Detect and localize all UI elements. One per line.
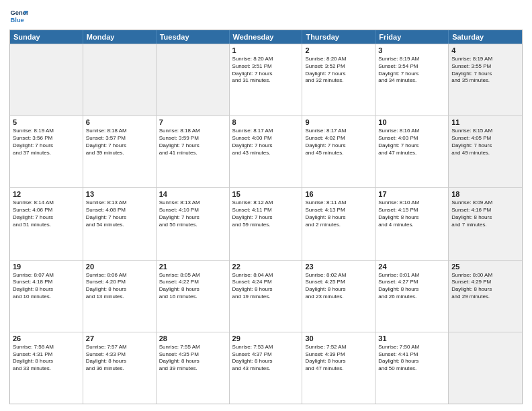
cell-text: Sunrise: 8:17 AM Sunset: 4:00 PM Dayligh… xyxy=(232,128,300,156)
calendar-cell: 10Sunrise: 8:16 AM Sunset: 4:03 PM Dayli… xyxy=(375,116,449,187)
day-number: 5 xyxy=(13,118,80,126)
calendar-header: SundayMondayTuesdayWednesdayThursdayFrid… xyxy=(10,30,522,44)
day-number: 20 xyxy=(86,263,153,271)
header: General Blue xyxy=(9,7,523,26)
calendar-cell: 8Sunrise: 8:17 AM Sunset: 4:00 PM Daylig… xyxy=(230,116,303,187)
day-number: 7 xyxy=(159,118,226,126)
day-number: 1 xyxy=(232,46,300,54)
cell-text: Sunrise: 8:12 AM Sunset: 4:11 PM Dayligh… xyxy=(232,199,300,228)
calendar-cell: 12Sunrise: 8:14 AM Sunset: 4:06 PM Dayli… xyxy=(10,188,83,259)
cell-text: Sunrise: 8:10 AM Sunset: 4:15 PM Dayligh… xyxy=(378,199,445,228)
weekday-header: Monday xyxy=(83,30,157,44)
day-number: 10 xyxy=(378,118,445,126)
cell-text: Sunrise: 8:02 AM Sunset: 4:25 PM Dayligh… xyxy=(305,272,372,301)
day-number: 12 xyxy=(13,190,80,198)
cell-text: Sunrise: 8:20 AM Sunset: 3:51 PM Dayligh… xyxy=(232,56,300,85)
logo: General Blue xyxy=(9,7,28,26)
cell-text: Sunrise: 8:13 AM Sunset: 4:10 PM Dayligh… xyxy=(159,199,226,228)
calendar-cell: 22Sunrise: 8:04 AM Sunset: 4:24 PM Dayli… xyxy=(230,261,303,332)
day-number: 19 xyxy=(13,263,80,271)
calendar-body: 1Sunrise: 8:20 AM Sunset: 3:51 PM Daylig… xyxy=(10,44,522,404)
cell-text: Sunrise: 8:15 AM Sunset: 4:05 PM Dayligh… xyxy=(451,128,519,156)
calendar-cell xyxy=(10,44,83,116)
calendar-row: 12Sunrise: 8:14 AM Sunset: 4:06 PM Dayli… xyxy=(10,187,522,259)
cell-text: Sunrise: 8:14 AM Sunset: 4:06 PM Dayligh… xyxy=(13,199,80,228)
cell-text: Sunrise: 8:09 AM Sunset: 4:16 PM Dayligh… xyxy=(451,199,519,228)
cell-text: Sunrise: 7:50 AM Sunset: 4:41 PM Dayligh… xyxy=(378,344,445,373)
weekday-header: Thursday xyxy=(302,30,375,44)
day-number: 21 xyxy=(159,263,226,271)
calendar-cell: 15Sunrise: 8:12 AM Sunset: 4:11 PM Dayli… xyxy=(230,188,303,259)
calendar-cell: 19Sunrise: 8:07 AM Sunset: 4:18 PM Dayli… xyxy=(10,261,83,332)
calendar-cell: 11Sunrise: 8:15 AM Sunset: 4:05 PM Dayli… xyxy=(449,116,522,187)
logo-icon: General Blue xyxy=(9,7,28,26)
calendar-cell: 31Sunrise: 7:50 AM Sunset: 4:41 PM Dayli… xyxy=(375,332,449,404)
calendar-cell: 24Sunrise: 8:01 AM Sunset: 4:27 PM Dayli… xyxy=(375,261,449,332)
cell-text: Sunrise: 8:20 AM Sunset: 3:52 PM Dayligh… xyxy=(305,56,372,85)
calendar-cell: 13Sunrise: 8:13 AM Sunset: 4:08 PM Dayli… xyxy=(83,188,157,259)
day-number: 29 xyxy=(232,334,300,342)
weekday-header: Saturday xyxy=(449,30,522,44)
calendar-cell xyxy=(157,44,230,116)
calendar-cell xyxy=(83,44,157,116)
day-number: 31 xyxy=(378,334,445,342)
day-number: 15 xyxy=(232,190,300,198)
calendar-cell: 27Sunrise: 7:57 AM Sunset: 4:33 PM Dayli… xyxy=(83,332,157,404)
day-number: 23 xyxy=(305,263,372,271)
cell-text: Sunrise: 8:04 AM Sunset: 4:24 PM Dayligh… xyxy=(232,272,300,301)
calendar-row: 26Sunrise: 7:58 AM Sunset: 4:31 PM Dayli… xyxy=(10,332,522,404)
day-number: 9 xyxy=(305,118,372,126)
cell-text: Sunrise: 8:13 AM Sunset: 4:08 PM Dayligh… xyxy=(86,199,153,228)
cell-text: Sunrise: 8:18 AM Sunset: 3:59 PM Dayligh… xyxy=(159,128,226,156)
calendar-cell: 5Sunrise: 8:19 AM Sunset: 3:56 PM Daylig… xyxy=(10,116,83,187)
day-number: 8 xyxy=(232,118,300,126)
day-number: 24 xyxy=(378,263,445,271)
weekday-header: Friday xyxy=(375,30,449,44)
day-number: 18 xyxy=(451,190,519,198)
cell-text: Sunrise: 8:19 AM Sunset: 3:56 PM Dayligh… xyxy=(13,128,80,156)
calendar-cell: 20Sunrise: 8:06 AM Sunset: 4:20 PM Dayli… xyxy=(83,261,157,332)
day-number: 22 xyxy=(232,263,300,271)
cell-text: Sunrise: 8:19 AM Sunset: 3:54 PM Dayligh… xyxy=(378,56,445,85)
calendar-cell: 30Sunrise: 7:52 AM Sunset: 4:39 PM Dayli… xyxy=(302,332,375,404)
calendar-cell: 6Sunrise: 8:18 AM Sunset: 3:57 PM Daylig… xyxy=(83,116,157,187)
calendar-cell: 21Sunrise: 8:05 AM Sunset: 4:22 PM Dayli… xyxy=(157,261,230,332)
weekday-header: Tuesday xyxy=(157,30,230,44)
cell-text: Sunrise: 8:05 AM Sunset: 4:22 PM Dayligh… xyxy=(159,272,226,301)
day-number: 6 xyxy=(86,118,153,126)
day-number: 3 xyxy=(378,46,445,54)
page: General Blue SundayMondayTuesdayWednesda… xyxy=(0,0,532,411)
calendar-cell: 3Sunrise: 8:19 AM Sunset: 3:54 PM Daylig… xyxy=(375,44,449,116)
calendar-cell: 2Sunrise: 8:20 AM Sunset: 3:52 PM Daylig… xyxy=(302,44,375,116)
day-number: 17 xyxy=(378,190,445,198)
cell-text: Sunrise: 8:19 AM Sunset: 3:55 PM Dayligh… xyxy=(451,56,519,85)
calendar-cell: 29Sunrise: 7:53 AM Sunset: 4:37 PM Dayli… xyxy=(230,332,303,404)
day-number: 26 xyxy=(13,334,80,342)
cell-text: Sunrise: 7:53 AM Sunset: 4:37 PM Dayligh… xyxy=(232,344,300,373)
day-number: 4 xyxy=(451,46,519,54)
cell-text: Sunrise: 8:00 AM Sunset: 4:29 PM Dayligh… xyxy=(451,272,519,301)
cell-text: Sunrise: 7:58 AM Sunset: 4:31 PM Dayligh… xyxy=(13,344,80,373)
calendar-cell: 7Sunrise: 8:18 AM Sunset: 3:59 PM Daylig… xyxy=(157,116,230,187)
day-number: 2 xyxy=(305,46,372,54)
svg-text:Blue: Blue xyxy=(11,17,24,24)
calendar-cell: 25Sunrise: 8:00 AM Sunset: 4:29 PM Dayli… xyxy=(449,261,522,332)
cell-text: Sunrise: 8:11 AM Sunset: 4:13 PM Dayligh… xyxy=(305,199,372,228)
day-number: 25 xyxy=(451,263,519,271)
cell-text: Sunrise: 8:07 AM Sunset: 4:18 PM Dayligh… xyxy=(13,272,80,301)
calendar-cell: 17Sunrise: 8:10 AM Sunset: 4:15 PM Dayli… xyxy=(375,188,449,259)
day-number: 30 xyxy=(305,334,372,342)
calendar-row: 19Sunrise: 8:07 AM Sunset: 4:18 PM Dayli… xyxy=(10,260,522,332)
cell-text: Sunrise: 8:06 AM Sunset: 4:20 PM Dayligh… xyxy=(86,272,153,301)
cell-text: Sunrise: 8:18 AM Sunset: 3:57 PM Dayligh… xyxy=(86,128,153,156)
cell-text: Sunrise: 8:01 AM Sunset: 4:27 PM Dayligh… xyxy=(378,272,445,301)
calendar: SundayMondayTuesdayWednesdayThursdayFrid… xyxy=(9,30,523,404)
cell-text: Sunrise: 7:57 AM Sunset: 4:33 PM Dayligh… xyxy=(86,344,153,373)
day-number: 28 xyxy=(159,334,226,342)
cell-text: Sunrise: 8:17 AM Sunset: 4:02 PM Dayligh… xyxy=(305,128,372,156)
calendar-cell: 23Sunrise: 8:02 AM Sunset: 4:25 PM Dayli… xyxy=(302,261,375,332)
day-number: 16 xyxy=(305,190,372,198)
day-number: 14 xyxy=(159,190,226,198)
calendar-row: 5Sunrise: 8:19 AM Sunset: 3:56 PM Daylig… xyxy=(10,116,522,187)
day-number: 27 xyxy=(86,334,153,342)
